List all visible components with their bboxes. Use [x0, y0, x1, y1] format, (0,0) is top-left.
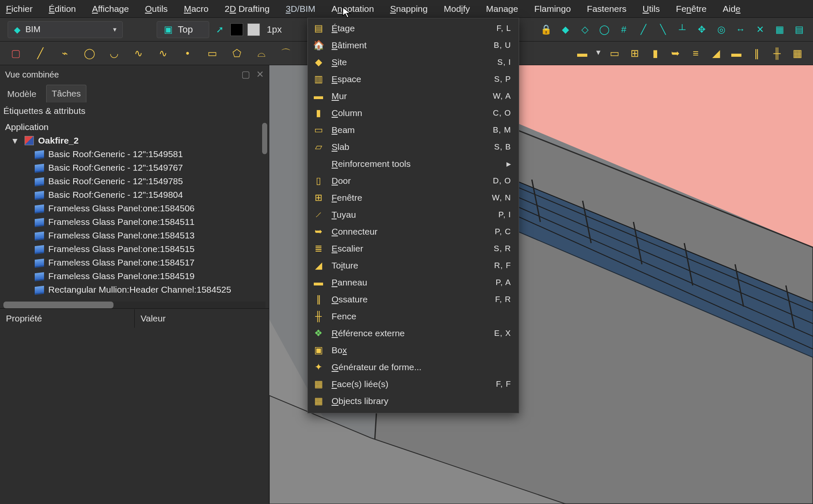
color-gray-swatch[interactable]	[247, 23, 260, 36]
rectangle-icon[interactable]: ▭	[206, 47, 218, 60]
tree-item[interactable]: Basic Roof:Generic - 12":1549804	[2, 188, 269, 202]
menu-item-b-timent[interactable]: 🏠BâtimentB, U	[308, 37, 519, 54]
menu-aide[interactable]: Aide	[723, 4, 741, 14]
menu-3d-bim[interactable]: 3D/BIM	[286, 4, 315, 14]
snap-endpoint-icon[interactable]: ◆	[559, 23, 572, 36]
menu-macro[interactable]: Macro	[184, 4, 208, 14]
snap-grid-icon[interactable]: #	[617, 23, 630, 36]
snap-special-icon[interactable]: ◎	[715, 23, 727, 36]
tree-item[interactable]: Rectangular Mullion:Header Channel:15845…	[2, 283, 269, 296]
menu-manage[interactable]: Manage	[486, 4, 518, 14]
tree-item[interactable]: Frameless Glass Panel:one:1584517	[2, 256, 269, 269]
menu-snapping[interactable]: Snapping	[390, 4, 428, 14]
pipe2-icon[interactable]: ➥	[669, 47, 682, 60]
menu-item-face-s-li-e-s-[interactable]: ▦Face(s) liée(s)F, F	[308, 376, 519, 393]
tree-item[interactable]: Basic Roof:Generic - 12":1549785	[2, 174, 269, 188]
polyline-icon[interactable]: ⌁	[58, 47, 71, 60]
tab-model[interactable]: Modèle	[2, 85, 42, 102]
snap-center-icon[interactable]: ◯	[598, 23, 611, 36]
expand-icon[interactable]: ▾	[13, 136, 20, 146]
snap-near-icon[interactable]: ↔	[734, 23, 747, 36]
menu-item-connecteur[interactable]: ➥ConnecteurP, C	[308, 223, 519, 240]
tab-tasks[interactable]: Tâches	[46, 85, 86, 102]
menu-item-door[interactable]: ▯DoorD, O	[308, 172, 519, 189]
circle-icon[interactable]: ◯	[83, 47, 96, 60]
frame2-icon[interactable]: ‖	[750, 47, 763, 60]
menu-flamingo[interactable]: Flamingo	[534, 4, 571, 14]
tree-item[interactable]: Frameless Glass Panel:one:1584515	[2, 242, 269, 256]
tree-vscrollbar[interactable]	[262, 123, 267, 154]
stairs2-icon[interactable]: ≡	[689, 47, 702, 60]
arc2-icon[interactable]: ⌒	[279, 47, 292, 60]
snap-parallel-icon[interactable]: ✥	[695, 23, 708, 36]
point-icon[interactable]: •	[181, 47, 194, 60]
arch-icon[interactable]: ⌓	[255, 47, 268, 60]
menu-item-espace[interactable]: ▥EspaceS, P	[308, 71, 519, 88]
tree-hscrollbar[interactable]	[3, 302, 265, 308]
menu-item-fen-tre[interactable]: ⊞FenêtreW, N	[308, 189, 519, 206]
menu-item-slab[interactable]: ▱SlabS, B	[308, 138, 519, 155]
fence2-icon[interactable]: ╫	[771, 47, 783, 60]
menu-item-escalier[interactable]: ≣EscalierS, R	[308, 240, 519, 257]
menu-2d-drafting[interactable]: 2D Drafting	[224, 4, 269, 14]
hscrollbar-thumb[interactable]	[3, 302, 113, 308]
menu-fen-tre[interactable]: Fenêtre	[676, 4, 706, 14]
menu-item-beam[interactable]: ▭BeamB, M	[308, 122, 519, 138]
tree-item[interactable]: Basic Roof:Generic - 12":1549581	[2, 147, 269, 161]
menu-affichage[interactable]: Affichage	[92, 4, 129, 14]
menu-fichier[interactable]: Fichier	[6, 4, 33, 14]
polygon-icon[interactable]: ⬠	[230, 47, 243, 60]
menu-item-mur[interactable]: ▬MurW, A	[308, 88, 519, 105]
menu-item-reinforcement-tools[interactable]: Reinforcement tools	[308, 155, 519, 172]
column2-icon[interactable]: ▮	[649, 47, 661, 60]
snap-extension-icon[interactable]: ┴	[676, 23, 689, 36]
menu-item-ossature[interactable]: ‖OssatureF, R	[308, 291, 519, 308]
snap-intersection-icon[interactable]: ╱	[637, 23, 650, 36]
line-icon[interactable]: ╱	[34, 47, 47, 60]
panel-float-icon[interactable]: ▢	[241, 69, 250, 80]
tree-application-row[interactable]: Application	[2, 120, 269, 134]
snap-perpendicular-icon[interactable]: ╲	[656, 23, 669, 36]
snap-midpoint-icon[interactable]: ◇	[578, 23, 591, 36]
tree-item[interactable]: Basic Roof:Generic - 12":1549767	[2, 161, 269, 174]
dropdown-caret-icon[interactable]: ▾	[596, 47, 600, 60]
snap-ortho-icon[interactable]: ✕	[754, 23, 766, 36]
view-top-button[interactable]: ▣ Top	[157, 21, 209, 38]
color-black-swatch[interactable]	[230, 23, 243, 36]
tree-item[interactable]: Frameless Glass Panel:one:1584511	[2, 215, 269, 229]
spline-icon[interactable]: ∿	[132, 47, 145, 60]
menu-item-toiture[interactable]: ◢ToitureR, F	[308, 257, 519, 274]
tree-item[interactable]: Frameless Glass Panel:one:1584513	[2, 229, 269, 242]
tree-item[interactable]: Frameless Glass Panel:one:1584519	[2, 269, 269, 283]
doc-icon[interactable]: ▢	[9, 47, 22, 60]
menu-item-tuyau[interactable]: ⟋TuyauP, I	[308, 206, 519, 223]
panel2-icon[interactable]: ▬	[730, 47, 743, 60]
tree-document-row[interactable]: ▾ Oakfire_2	[2, 134, 269, 147]
menu-item-fence[interactable]: ╫Fence	[308, 308, 519, 325]
menu-item--tage[interactable]: ▤ÉtageF, L	[308, 20, 519, 37]
menu--dition[interactable]: Édition	[49, 4, 76, 14]
wall-icon[interactable]: ▬	[576, 47, 589, 60]
panel-close-icon[interactable]: ✕	[256, 69, 264, 80]
menu-item-site[interactable]: ◆SiteS, I	[308, 54, 519, 71]
roof2-icon[interactable]: ◢	[710, 47, 722, 60]
menu-utils[interactable]: Utils	[642, 4, 660, 14]
model-tree[interactable]: Application ▾ Oakfire_2 Basic Roof:Gener…	[0, 119, 269, 299]
snap-workingplane-icon[interactable]: ▦	[773, 23, 786, 36]
tree-item[interactable]: Rectangular Mullion:Header Channel:15845…	[2, 296, 269, 299]
tree-item[interactable]: Frameless Glass Panel:one:1584506	[2, 202, 269, 215]
menu-modify[interactable]: Modify	[444, 4, 470, 14]
menu-item-panneau[interactable]: ▬PanneauP, A	[308, 274, 519, 291]
menu-fasteners[interactable]: Fasteners	[587, 4, 626, 14]
menu-outils[interactable]: Outils	[145, 4, 168, 14]
arc-icon[interactable]: ◡	[108, 47, 120, 60]
workbench-selector[interactable]: ◆ BIM ▾	[8, 21, 123, 38]
bezier-icon[interactable]: ∿	[157, 47, 169, 60]
menu-item-column[interactable]: ▮ColumnC, O	[308, 105, 519, 122]
slab-icon[interactable]: ▭	[608, 47, 621, 60]
lib-icon[interactable]: ▦	[791, 47, 804, 60]
3d-bim-menu[interactable]: ▤ÉtageF, L🏠BâtimentB, U◆SiteS, I▥EspaceS…	[307, 18, 519, 413]
lock-icon[interactable]: 🔒	[539, 23, 552, 36]
menu-item-r-f-rence-externe[interactable]: ❖Référence externeE, X	[308, 325, 519, 342]
window2-icon[interactable]: ⊞	[628, 47, 641, 60]
